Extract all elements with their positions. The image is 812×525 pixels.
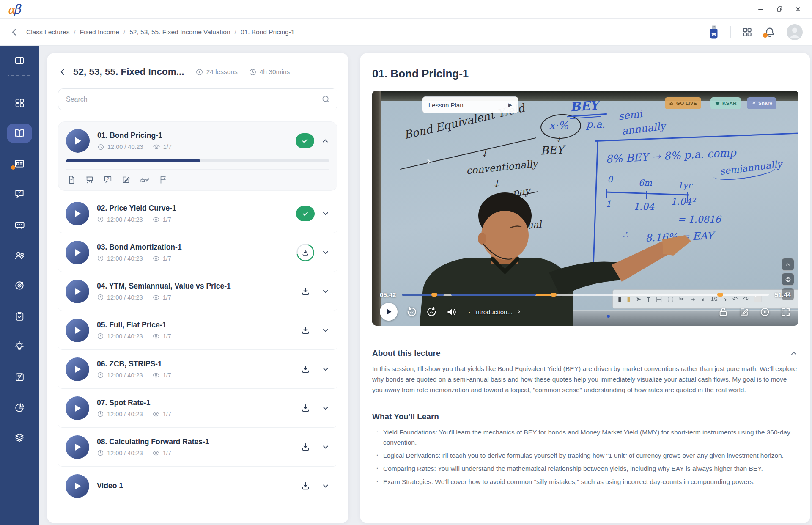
sidebar-toggle-icon[interactable] (0, 46, 39, 75)
lesson-time: 12:00 / 40:23 (107, 450, 143, 456)
download-button[interactable] (296, 477, 315, 495)
video-player[interactable]: Bond Equivalent Yield ↓ conventionally ↓… (372, 91, 798, 326)
chevron-down-icon[interactable] (321, 287, 330, 296)
sidebar-item-calculator[interactable] (0, 362, 39, 392)
download-button[interactable] (296, 360, 315, 379)
download-button[interactable] (296, 321, 315, 340)
sidebar-item-reports[interactable] (0, 392, 39, 423)
chevron-down-icon[interactable] (321, 209, 330, 218)
maximize-restore-button[interactable] (773, 3, 786, 16)
chevron-down-icon[interactable] (321, 482, 330, 490)
breadcrumb-item[interactable]: Class Lectures (26, 28, 70, 36)
chevron-down-icon[interactable] (321, 443, 330, 451)
sidebar-item-doubts[interactable]: ? (0, 179, 39, 209)
lesson-row[interactable]: 07. Spot Rate-1 12:00 / 40:23 1/7 (58, 389, 337, 428)
lesson-play-button[interactable] (66, 129, 90, 153)
minimize-button[interactable] (754, 3, 767, 16)
search-input[interactable] (58, 88, 337, 110)
playback-settings-icon[interactable] (760, 307, 770, 317)
lesson-row[interactable]: 04. YTM, Semiannual, Value vs Price-1 12… (58, 272, 337, 311)
learn-bullet: Comparing Rates: You will understand the… (372, 464, 798, 474)
chapter-label[interactable]: ·Introduction... (468, 308, 522, 316)
chapter-marker[interactable] (431, 293, 437, 297)
thumbs-feedback-icon[interactable] (140, 175, 150, 184)
lesson-row[interactable]: 06. ZCB, STRIPS-1 12:00 / 40:23 1/7 (58, 350, 337, 389)
chevron-down-icon[interactable] (321, 365, 330, 374)
forward-10-icon[interactable]: 10 (426, 306, 437, 318)
comment-question-icon[interactable]: ? (103, 175, 112, 184)
edit-icon[interactable] (739, 307, 749, 317)
lesson-row[interactable]: Video 1 (58, 467, 337, 502)
chapter-marker[interactable] (551, 293, 557, 297)
breadcrumb-item[interactable]: Fixed Income (80, 28, 119, 36)
sidebar-item-resources[interactable] (0, 423, 39, 453)
sidebar-item-community[interactable] (0, 240, 39, 270)
search-icon[interactable] (321, 94, 331, 104)
download-button[interactable] (296, 399, 315, 418)
sidebar-item-news[interactable] (0, 148, 39, 179)
lesson-rows: 02. Price Yield Curve-1 12:00 / 40:23 1/… (58, 194, 337, 502)
apps-grid-icon[interactable] (742, 27, 753, 38)
lesson-row[interactable]: 03. Bond Amortization-1 12:00 / 40:23 1/… (58, 233, 337, 272)
whiteboard-left-frame (372, 91, 381, 326)
fullscreen-icon[interactable] (780, 307, 791, 317)
rewind-10-icon[interactable]: 10 (406, 306, 417, 318)
lesson-play-button[interactable] (66, 319, 89, 342)
lesson-time: 12:00 / 40:23 (107, 372, 143, 379)
lesson-row-expanded[interactable]: 01. Bond Pricing-1 12:00 / 40:23 1/7 ? (58, 121, 337, 191)
about-body: In this session, I'll show you that yiel… (372, 363, 797, 395)
course-back-button[interactable] (58, 67, 67, 77)
course-title: 52, 53, 55. Fixed Incom... (73, 66, 184, 77)
notification-bell-icon[interactable] (764, 26, 776, 38)
sidebar-item-dashboard[interactable] (0, 88, 39, 118)
lesson-row[interactable]: 02. Price Yield Curve-1 12:00 / 40:23 1/… (58, 194, 337, 233)
back-button[interactable] (9, 27, 19, 37)
download-button[interactable] (296, 282, 315, 301)
volume-icon[interactable] (446, 306, 457, 318)
lesson-play-button[interactable] (66, 396, 89, 420)
sidebar-item-tasks[interactable] (0, 301, 39, 331)
sidebar-item-lectures[interactable] (0, 118, 39, 148)
lesson-title: 06. ZCB, STRIPS-1 (97, 360, 171, 368)
collapse-chevron-icon[interactable] (790, 349, 798, 357)
lesson-play-button[interactable] (66, 241, 89, 264)
completed-badge (296, 133, 314, 148)
breadcrumb-item[interactable]: 52, 53, 55. Fixed Income Valuation (129, 28, 230, 36)
lesson-play-button[interactable] (66, 280, 89, 303)
document-icon[interactable] (67, 175, 76, 184)
lesson-play-button[interactable] (66, 435, 89, 459)
lesson-play-button[interactable] (66, 357, 89, 381)
lesson-title: 05. Full, Flat Price-1 (97, 321, 171, 330)
close-button[interactable] (792, 3, 804, 16)
sidebar-item-goals[interactable] (0, 270, 39, 301)
lesson-row[interactable]: 05. Full, Flat Price-1 12:00 / 40:23 1/7 (58, 311, 337, 350)
shutter-icon (782, 273, 794, 286)
lesson-progress-fill (66, 159, 200, 162)
lesson-views: 1/7 (163, 372, 171, 379)
lesson-row[interactable]: 08. Calculating Forward Rates-1 12:00 / … (58, 428, 337, 467)
lock-open-icon[interactable] (718, 307, 729, 317)
user-avatar[interactable] (787, 24, 803, 40)
flag-icon[interactable] (159, 175, 168, 184)
sidebar-item-ideas[interactable] (0, 331, 39, 362)
sidebar-item-live-classes[interactable] (0, 209, 39, 240)
chevron-up-icon[interactable] (321, 137, 329, 145)
edit-note-icon[interactable] (121, 175, 131, 184)
presentation-icon[interactable] (85, 175, 94, 184)
downloading-indicator[interactable] (296, 243, 315, 262)
seek-bar[interactable] (402, 294, 768, 296)
play-button[interactable] (380, 303, 398, 321)
chevron-down-icon[interactable] (321, 248, 330, 257)
lesson-meta: 12:00 / 40:23 1/7 (97, 255, 182, 262)
usb-drive-icon[interactable] (708, 25, 719, 39)
lesson-views: 1/7 (163, 216, 171, 223)
lesson-play-button[interactable] (66, 202, 89, 225)
chapter-marker[interactable] (717, 293, 723, 297)
chevron-down-icon[interactable] (321, 404, 330, 412)
download-button[interactable] (296, 438, 315, 456)
chevron-down-icon[interactable] (321, 326, 330, 335)
player-controls-overlay: 05:42 51:44 10 10 ·Introduction... (372, 291, 798, 326)
lesson-play-button[interactable] (66, 474, 89, 498)
caret-icon: ▶ (508, 102, 512, 108)
current-time: 05:42 (380, 291, 396, 298)
